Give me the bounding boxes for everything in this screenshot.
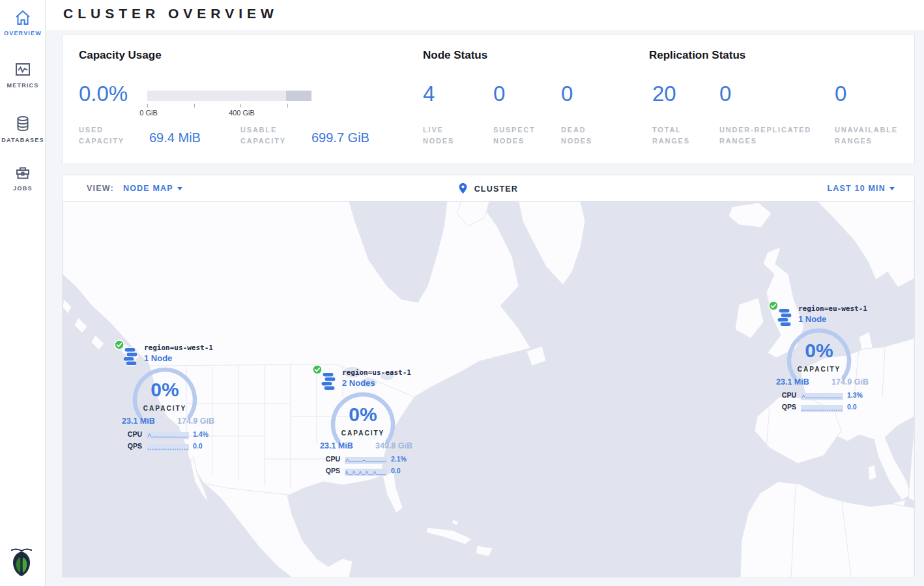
node-map-panel: VIEW: NODE MAP CLUSTER LAST 10 MIN: [62, 175, 915, 578]
cpu-label: CPU: [774, 391, 796, 399]
qps-label: QPS: [120, 442, 142, 450]
cpu-label: CPU: [318, 455, 340, 463]
capacity-used-percent: 0.0%: [79, 81, 128, 106]
breadcrumb-cluster[interactable]: CLUSTER: [474, 184, 518, 194]
map-pin-icon: [459, 184, 474, 194]
briefcase-icon: [0, 164, 46, 181]
capacity-usage-title: Capacity Usage: [79, 49, 162, 62]
under-replicated-ranges-label: UNDER-REPLICATED RANGES: [719, 125, 825, 147]
chevron-down-icon[interactable]: [177, 187, 182, 190]
cpu-sparkline: [147, 430, 189, 442]
suspect-nodes-value: 0: [493, 81, 505, 106]
time-range-selector[interactable]: LAST 10 MIN: [827, 184, 886, 193]
live-nodes-value: 4: [423, 81, 435, 106]
qps-sparkline: [801, 403, 843, 415]
sidebar-item-jobs[interactable]: JOBS: [0, 164, 46, 192]
cpu-value: 1.4%: [193, 430, 209, 438]
qps-value: 0.0: [847, 403, 857, 411]
sidebar-item-label: JOBS: [0, 185, 46, 192]
live-nodes-label: LIVE NODES: [423, 125, 465, 147]
usable-value: 174.9 GiB: [831, 377, 869, 387]
capacity-percent: 0%: [325, 403, 401, 426]
database-icon: [0, 115, 46, 133]
qps-label: QPS: [774, 403, 796, 411]
capacity-tick: [240, 104, 241, 108]
used-value: 23.1 MiB: [320, 441, 353, 450]
capacity-caption: CAPACITY: [325, 430, 401, 437]
home-icon: [0, 9, 46, 26]
unavailable-ranges-label: UNAVAILABLE RANGES: [835, 125, 912, 147]
total-ranges-label: TOTAL RANGES: [652, 125, 699, 147]
usable-capacity-value: 699.7 GiB: [311, 130, 369, 145]
metrics-chart-icon: [0, 61, 46, 78]
usable-value: 174.9 GiB: [177, 417, 214, 426]
capacity-tick-label: 400 GiB: [229, 109, 255, 117]
capacity-tick: [194, 104, 195, 108]
region-label: region=eu-west-1: [798, 304, 867, 313]
replication-status-title: Replication Status: [649, 49, 745, 62]
capacity-caption: CAPACITY: [127, 405, 203, 412]
capacity-percent: 0%: [781, 340, 857, 362]
map-toolbar: VIEW: NODE MAP CLUSTER LAST 10 MIN: [63, 175, 914, 201]
view-selector[interactable]: NODE MAP: [123, 184, 173, 193]
qps-value: 0.0: [391, 467, 401, 475]
cpu-sparkline: [801, 391, 843, 403]
dead-nodes-value: 0: [561, 81, 573, 106]
suspect-nodes-label: SUSPECT NODES: [493, 125, 544, 147]
cpu-label: CPU: [120, 430, 142, 438]
cpu-value: 2.1%: [391, 455, 407, 463]
unavailable-ranges-value: 0: [835, 81, 846, 106]
sidebar-item-label: DATABASES: [0, 137, 46, 143]
main-content: CLUSTER OVERVIEW Capacity Usage 0.0% 0 G…: [46, 0, 924, 586]
view-label: VIEW:: [87, 184, 114, 193]
capacity-bar-reserved-segment: [286, 91, 311, 101]
qps-sparkline: [345, 467, 387, 478]
region-label: region=us-east-1: [342, 368, 411, 377]
cluster-summary-panel: Capacity Usage 0.0% 0 GiB 400 GiB USED C…: [62, 34, 915, 164]
usable-value: 349.8 GiB: [375, 441, 412, 450]
cpu-value: 1.3%: [847, 391, 863, 399]
sidebar-item-label: OVERVIEW: [0, 30, 46, 37]
chevron-down-icon[interactable]: [889, 187, 895, 190]
dead-nodes-label: DEAD NODES: [561, 125, 603, 147]
capacity-caption: CAPACITY: [781, 366, 857, 373]
used-value: 23.1 MiB: [776, 377, 809, 387]
qps-value: 0.0: [193, 442, 203, 450]
used-capacity-label: USED CAPACITY: [79, 125, 139, 147]
under-replicated-ranges-value: 0: [719, 81, 731, 106]
qps-sparkline: [147, 442, 189, 454]
usable-capacity-label: USABLE CAPACITY: [240, 125, 300, 147]
capacity-bar: [147, 91, 311, 101]
page-title: CLUSTER OVERVIEW: [63, 6, 278, 22]
capacity-tick: [287, 104, 288, 108]
qps-label: QPS: [318, 467, 340, 475]
sidebar-item-databases[interactable]: DATABASES: [0, 115, 46, 143]
sidebar-item-metrics[interactable]: METRICS: [0, 61, 46, 89]
node-map: region=us-west-1 1 Node 0% CAPACITY 23.1…: [63, 201, 914, 578]
capacity-tick: [147, 104, 148, 108]
used-capacity-value: 69.4 MiB: [149, 130, 201, 145]
total-ranges-value: 20: [652, 81, 676, 106]
capacity-percent: 0%: [127, 379, 203, 401]
sidebar: OVERVIEW METRICS DATABASES: [0, 0, 46, 586]
node-status-title: Node Status: [423, 49, 487, 62]
capacity-tick-label: 0 GiB: [139, 109, 158, 117]
used-value: 23.1 MiB: [122, 417, 155, 426]
sidebar-item-overview[interactable]: OVERVIEW: [0, 9, 46, 37]
sidebar-item-label: METRICS: [0, 82, 46, 89]
cockroachdb-logo: [9, 548, 34, 581]
cpu-sparkline: [345, 455, 387, 467]
region-label: region=us-west-1: [144, 344, 213, 352]
